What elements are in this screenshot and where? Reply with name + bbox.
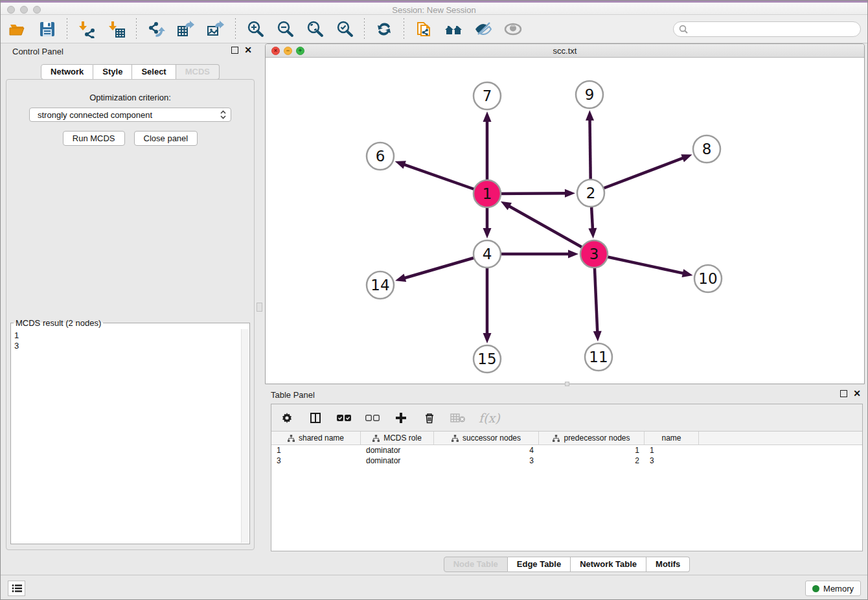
show-column-icon[interactable] — [308, 410, 323, 426]
graph-edge-arrowhead — [565, 189, 575, 198]
export-table-icon[interactable] — [176, 19, 196, 40]
mcds-result-list: 13 — [12, 329, 241, 543]
graph-edge-arrowhead — [395, 161, 406, 168]
column-header-successor-nodes[interactable]: successor nodes — [434, 432, 539, 444]
hide-selected-icon[interactable] — [473, 19, 494, 40]
zoom-fit-icon[interactable] — [304, 19, 325, 40]
graph-node-label: 6 — [376, 148, 385, 165]
graph-node-label: 2 — [586, 185, 596, 202]
function-builder-icon[interactable]: f(x) — [479, 411, 500, 425]
tab-motifs[interactable]: Motifs — [646, 557, 690, 572]
column-header-predecessor-nodes[interactable]: predecessor nodes — [539, 432, 645, 444]
select-all-checkboxes-icon[interactable] — [336, 410, 352, 426]
graph-edge-arrowhead — [593, 331, 602, 341]
table-cell[interactable]: 1 — [645, 445, 699, 456]
column-header-name[interactable]: name — [645, 432, 699, 444]
graph-node-label: 9 — [585, 86, 595, 103]
column-header-shared-name[interactable]: shared name — [271, 432, 361, 444]
task-history-button[interactable] — [8, 581, 25, 596]
close-panel-button[interactable]: Close panel — [134, 131, 198, 146]
float-panel-icon[interactable] — [231, 47, 238, 54]
show-graphics-details-icon[interactable] — [503, 19, 523, 40]
table-toolbar: f(x) — [271, 404, 862, 432]
window-titlebar: Session: New Session — [1, 1, 867, 15]
table-cell[interactable]: 3 — [434, 456, 539, 466]
network-window-titlebar[interactable]: × − + scc.txt — [266, 44, 864, 58]
selected-option: strongly connected component — [38, 110, 220, 120]
network-attribute-icon — [372, 435, 380, 442]
table-row[interactable]: 3dominator323 — [271, 456, 862, 466]
panel-splitter-handle[interactable] — [257, 303, 262, 312]
delete-column-icon[interactable] — [422, 410, 437, 426]
delete-table-icon[interactable] — [450, 410, 466, 426]
table-cell[interactable]: 4 — [434, 445, 539, 456]
network-view-window: × − + scc.txt 7968124314101511 — [265, 43, 865, 384]
import-network-icon[interactable] — [76, 19, 97, 40]
export-network-icon[interactable] — [146, 19, 166, 40]
network-title: scc.txt — [266, 46, 864, 56]
table-cell[interactable]: dominator — [361, 456, 434, 466]
zoom-selected-icon[interactable] — [334, 19, 355, 40]
column-header-label: name — [661, 433, 681, 443]
table-cell[interactable]: 1 — [271, 445, 361, 456]
mcds-result-box: MCDS result (2 nodes) 13 — [10, 318, 250, 544]
graph-edge-3-1[interactable] — [507, 205, 594, 254]
node-table-container: f(x) shared nameMCDS rolesuccessor nodes… — [271, 404, 863, 551]
graph-edge-arrowhead — [395, 274, 406, 282]
graph-node-label: 1 — [483, 185, 492, 202]
zoom-in-icon[interactable] — [245, 19, 266, 40]
tab-select[interactable]: Select — [132, 64, 176, 80]
result-line: 1 — [14, 330, 238, 341]
search-input[interactable] — [692, 24, 855, 34]
network-canvas[interactable]: 7968124314101511 — [266, 58, 863, 383]
network-attribute-icon — [553, 435, 560, 442]
table-cell[interactable]: 1 — [539, 445, 645, 456]
table-row[interactable]: 1dominator411 — [271, 445, 862, 456]
toolbar-separator — [364, 18, 365, 40]
optimization-criterion-label: Optimization criterion: — [6, 93, 254, 102]
tab-node-table[interactable]: Node Table — [444, 557, 508, 572]
status-bar: Memory — [1, 575, 867, 599]
graph-node-label: 3 — [589, 246, 599, 262]
create-column-icon[interactable] — [393, 410, 409, 426]
graph-node-label: 10 — [698, 270, 717, 287]
graph-node-label: 8 — [702, 141, 712, 157]
float-table-panel-icon[interactable] — [840, 390, 847, 397]
column-header-mcds-role[interactable]: MCDS role — [361, 432, 434, 444]
tab-network[interactable]: Network — [41, 64, 93, 80]
memory-button[interactable]: Memory — [805, 581, 861, 596]
tab-mcds[interactable]: MCDS — [176, 64, 220, 80]
export-image-icon[interactable] — [205, 19, 226, 40]
tab-edge-table[interactable]: Edge Table — [508, 557, 571, 572]
save-session-icon[interactable] — [37, 19, 58, 40]
run-mcds-button[interactable]: Run MCDS — [63, 131, 125, 146]
first-neighbors-icon[interactable] — [443, 19, 464, 40]
import-table-icon[interactable] — [106, 19, 127, 40]
table-cell[interactable]: 3 — [271, 456, 361, 466]
network-splitter-handle[interactable] — [565, 382, 569, 386]
memory-status-icon — [812, 585, 819, 592]
graph-node-label: 14 — [371, 277, 389, 294]
apply-layout-icon[interactable] — [374, 19, 394, 40]
graph-node-label: 7 — [483, 87, 492, 104]
graph-node-label: 15 — [477, 351, 496, 367]
result-scrollbar[interactable] — [241, 329, 249, 543]
graph-edge-2-8[interactable] — [591, 157, 685, 193]
table-cell[interactable]: 2 — [539, 456, 645, 466]
window-title: Session: New Session — [1, 5, 867, 15]
table-cell[interactable]: dominator — [361, 445, 434, 456]
tab-network-table[interactable]: Network Table — [571, 557, 646, 572]
close-table-panel-icon[interactable]: ✕ — [853, 390, 861, 397]
column-header-label: shared name — [299, 433, 344, 443]
table-options-icon[interactable] — [279, 410, 295, 426]
search-field[interactable] — [673, 21, 861, 37]
close-panel-icon[interactable]: ✕ — [244, 47, 252, 54]
zoom-out-icon[interactable] — [275, 19, 295, 40]
duplicate-network-icon[interactable] — [413, 19, 434, 40]
open-session-icon[interactable] — [7, 19, 28, 40]
table-cell[interactable]: 3 — [645, 456, 699, 466]
tab-style[interactable]: Style — [93, 64, 132, 80]
deselect-all-checkboxes-icon[interactable] — [365, 410, 380, 426]
optimization-criterion-select[interactable]: strongly connected component — [29, 108, 231, 122]
list-icon — [12, 584, 22, 593]
